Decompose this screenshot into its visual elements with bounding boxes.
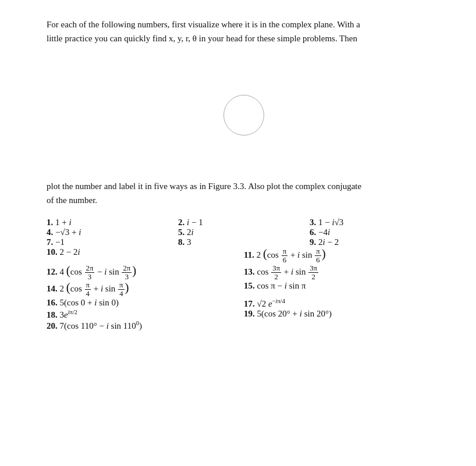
- problem-20: 20. 7(cos 110° − i sin 1100): [47, 320, 244, 331]
- prob-num-7: 7.: [47, 237, 53, 247]
- prob-num-9: 9.: [310, 237, 316, 247]
- prob-num-5: 5.: [178, 227, 184, 237]
- prob-num-1: 1.: [47, 218, 53, 227]
- problem-row-7: 16. 5(cos 0 + i sin 0) 17. √2 e−iπ/4: [47, 298, 441, 309]
- figure-area: [47, 51, 441, 179]
- prob-expr-1: 1 + i: [55, 218, 72, 227]
- prob-num-2: 2.: [178, 218, 184, 227]
- problem-1: 1. 1 + i: [47, 218, 178, 227]
- prob-expr-13: cos 3π2 + i sin 3π2: [257, 267, 319, 276]
- problem-4: 4. −√3 + i: [47, 227, 178, 237]
- plot-line2: of the number.: [47, 195, 97, 205]
- prob-expr-6: −4i: [318, 227, 330, 237]
- prob-num-17: 17.: [244, 299, 255, 308]
- plot-line1: plot the number and label it in five way…: [47, 182, 361, 191]
- prob-expr-11: 2 (cos π6 + i sin π6): [257, 250, 326, 259]
- problem-row-4: 10. 2 − 2i 11. 2 (cos π6 + i sin π6): [47, 247, 441, 264]
- prob-num-14: 14.: [47, 284, 58, 293]
- prob-num-20: 20.: [47, 321, 58, 330]
- prob-expr-3: 1 − i√3: [318, 218, 343, 227]
- prob-expr-4: −√3 + i: [55, 227, 81, 237]
- problem-16: 16. 5(cos 0 + i sin 0): [47, 298, 244, 309]
- problem-5: 5. 2i: [178, 227, 310, 237]
- problem-2: 2. i − 1: [178, 218, 310, 227]
- problem-row-8: 18. 3eiπ/2 19. 5(cos 20° + i sin 20°): [47, 309, 441, 320]
- prob-num-12: 12.: [47, 267, 58, 276]
- problem-row-9: 20. 7(cos 110° − i sin 1100): [47, 320, 441, 331]
- problem-row-6: 14. 2 (cos π4 + i sin π4) 15. cos π − i …: [47, 281, 441, 298]
- prob-expr-2: i − 1: [187, 218, 203, 227]
- prob-expr-16: 5(cos 0 + i sin 0): [60, 298, 119, 307]
- prob-expr-7: −1: [55, 237, 65, 247]
- problem-row-2: 4. −√3 + i 5. 2i 6. −4i: [47, 227, 441, 237]
- prob-num-15: 15.: [244, 281, 255, 290]
- problem-row-5: 12. 4 (cos 2π3 − i sin 2π3) 13. cos 3π2 …: [47, 264, 441, 281]
- prob-expr-10: 2 − 2i: [60, 247, 80, 257]
- problems-container: 1. 1 + i 2. i − 1 3. 1 − i√3 4. −√3 + i …: [47, 218, 441, 331]
- problem-18: 18. 3eiπ/2: [47, 309, 244, 320]
- prob-num-6: 6.: [310, 227, 316, 237]
- problem-13: 13. cos 3π2 + i sin 3π2: [244, 264, 441, 281]
- prob-num-18: 18.: [47, 310, 58, 319]
- prob-expr-20: 7(cos 110° − i sin 1100): [60, 321, 143, 330]
- prob-num-4: 4.: [47, 227, 53, 237]
- prob-num-11: 11.: [244, 250, 254, 259]
- intro-line1: For each of the following numbers, first…: [47, 20, 360, 29]
- problem-7: 7. −1: [47, 237, 178, 247]
- intro-paragraph: For each of the following numbers, first…: [47, 17, 441, 45]
- problem-10: 10. 2 − 2i: [47, 247, 244, 264]
- problem-17: 17. √2 e−iπ/4: [244, 298, 441, 309]
- problem-19: 19. 5(cos 20° + i sin 20°): [244, 309, 441, 320]
- prob-num-16: 16.: [47, 298, 58, 307]
- prob-expr-15: cos π − i sin π: [257, 281, 306, 290]
- prob-expr-14: 2 (cos π4 + i sin π4): [60, 284, 129, 293]
- prob-num-8: 8.: [178, 237, 184, 247]
- prob-expr-5: 2i: [187, 227, 194, 237]
- prob-num-3: 3.: [310, 218, 316, 227]
- problem-8: 8. 3: [178, 237, 310, 247]
- prob-expr-19: 5(cos 20° + i sin 20°): [257, 309, 332, 318]
- problem-9: 9. 2i − 2: [310, 237, 441, 247]
- prob-num-13: 13.: [244, 267, 255, 276]
- problem-12: 12. 4 (cos 2π3 − i sin 2π3): [47, 264, 244, 281]
- prob-expr-8: 3: [187, 237, 191, 247]
- problem-3: 3. 1 − i√3: [310, 218, 441, 227]
- prob-num-19: 19.: [244, 309, 255, 318]
- figure-circle: [223, 95, 264, 136]
- problem-6: 6. −4i: [310, 227, 441, 237]
- problem-15: 15. cos π − i sin π: [244, 281, 441, 298]
- problem-row-3: 7. −1 8. 3 9. 2i − 2: [47, 237, 441, 247]
- prob-expr-17: √2 e−iπ/4: [257, 299, 285, 308]
- prob-expr-12: 4 (cos 2π3 − i sin 2π3): [60, 267, 137, 276]
- prob-expr-18: 3eiπ/2: [60, 310, 78, 319]
- prob-num-10: 10.: [47, 247, 58, 257]
- problem-11: 11. 2 (cos π6 + i sin π6): [244, 247, 441, 264]
- intro-line2: little practice you can quickly find x, …: [47, 34, 357, 43]
- plot-paragraph: plot the number and label it in five way…: [47, 179, 441, 207]
- problem-14: 14. 2 (cos π4 + i sin π4): [47, 281, 244, 298]
- problem-row-1: 1. 1 + i 2. i − 1 3. 1 − i√3: [47, 218, 441, 227]
- prob-expr-9: 2i − 2: [318, 237, 339, 247]
